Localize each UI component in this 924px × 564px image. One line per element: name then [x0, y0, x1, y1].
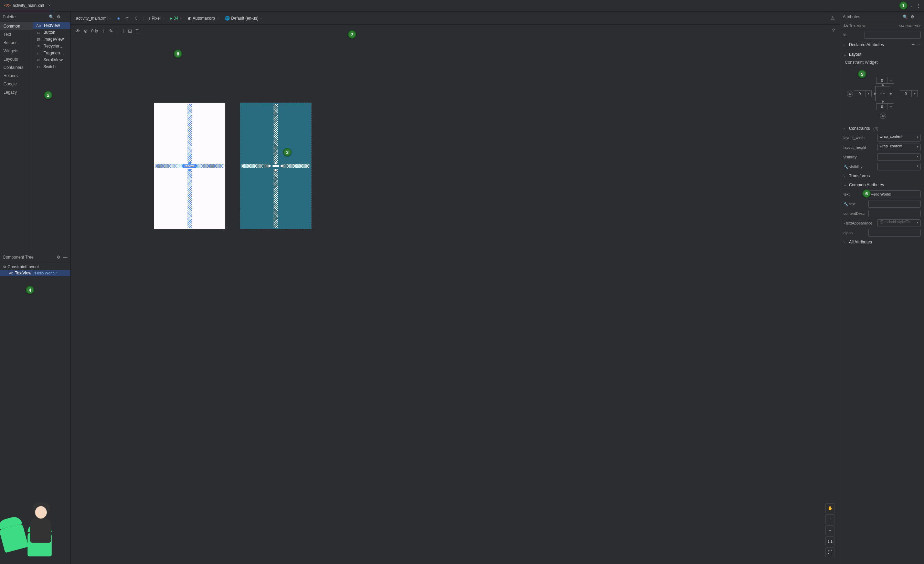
constraints-section[interactable]: ›Constraints (4) — [840, 124, 924, 133]
collapse-icon[interactable]: — — [917, 15, 921, 19]
widget-icon: ▭ — [36, 51, 41, 56]
design-surface-icon[interactable]: ◈ — [115, 15, 122, 22]
palette-item[interactable]: ▭Button — [33, 29, 70, 36]
tools-text-input[interactable] — [868, 200, 921, 208]
canvas[interactable]: 3 Hello World! ⋰ ✋ — [70, 37, 840, 564]
more-options-icon[interactable]: ⋮ — [916, 3, 921, 8]
tree-row[interactable]: ⧉ConstraintLayout — [0, 264, 70, 270]
file-selector[interactable]: activity_main.xml⌄ — [74, 15, 114, 22]
gear-icon[interactable]: ⚙ — [910, 15, 914, 19]
zoom-out-icon[interactable]: − — [825, 525, 835, 535]
selected-component-type: TextView — [849, 23, 866, 28]
infer-constraints-icon[interactable]: ✎ — [109, 28, 113, 34]
pan-icon[interactable]: ✋ — [825, 504, 835, 513]
search-icon[interactable]: 🔍 — [903, 15, 908, 19]
view-options-icon[interactable]: 👁 — [75, 28, 80, 34]
widget-icon: ⊶ — [36, 65, 41, 69]
help-icon[interactable]: ? — [832, 27, 835, 33]
gear-icon[interactable]: ⚙ — [57, 255, 61, 260]
text-input[interactable] — [868, 190, 921, 198]
all-attributes-section[interactable]: ›All Attributes — [840, 238, 924, 247]
component-unnamed-label: <unnamed> — [898, 23, 921, 28]
clear-constraints-icon[interactable]: ✧ — [102, 28, 106, 34]
device-selector[interactable]: ▯ Pixel⌄ — [146, 15, 166, 22]
layout-height-select[interactable]: wrap_content — [877, 144, 921, 151]
warning-icon[interactable]: ⚠ — [830, 15, 835, 21]
default-margin[interactable]: 0dp — [91, 29, 98, 33]
transforms-section[interactable]: ›Transforms — [840, 171, 924, 180]
annotation-badge-2: 2 — [44, 91, 52, 99]
theme-selector[interactable]: ◐ Automacorp⌄ — [186, 15, 221, 22]
pack-icon[interactable]: ⫴ — [123, 28, 124, 34]
palette-category[interactable]: Widgets — [0, 47, 33, 55]
cw-margin-right[interactable]: 0 — [900, 90, 912, 97]
collapse-icon[interactable]: — — [63, 15, 68, 19]
layout-section[interactable]: ⌄Layout — [840, 50, 924, 59]
api-selector[interactable]: ▸34⌄ — [168, 15, 184, 22]
palette-category[interactable]: Helpers — [0, 72, 33, 80]
zoom-actual-icon[interactable]: 1:1 — [825, 537, 835, 546]
palette-item[interactable]: ▧ImageView — [33, 36, 70, 43]
palette-category[interactable]: Google — [0, 80, 33, 88]
palette-item[interactable]: ▭ScrollView — [33, 56, 70, 63]
design-preview-light[interactable]: Hello World! ⋰ — [154, 102, 225, 229]
palette-item[interactable]: ⊶Switch — [33, 63, 70, 70]
locale-selector[interactable]: 🌐 Default (en-us)⌄ — [223, 15, 265, 22]
cw-margin-bottom[interactable]: 0 — [876, 103, 888, 110]
left-sidebar: Palette 🔍 ⚙ — CommonTextButtonsWidgetsLa… — [0, 12, 70, 564]
cw-margin-left[interactable]: 0 — [854, 90, 866, 97]
id-label: id — [843, 33, 861, 37]
palette-category[interactable]: Containers — [0, 63, 33, 72]
tab-filename: activity_main.xml — [13, 3, 44, 8]
alpha-input[interactable] — [868, 229, 921, 236]
content-description-input[interactable] — [868, 210, 921, 217]
night-mode-icon[interactable]: ☾ — [132, 15, 140, 22]
guideline-icon[interactable]: ⌶ — [136, 28, 138, 34]
remove-attribute-icon[interactable]: − — [918, 42, 921, 47]
palette-category[interactable]: Buttons — [0, 39, 33, 47]
annotation-badge-1: 1 — [899, 2, 908, 10]
autoconnect-icon[interactable]: ⊗ — [84, 28, 88, 34]
search-icon[interactable]: 🔍 — [49, 15, 54, 19]
view-mode-dropdown-icon[interactable]: ⌄ — [910, 4, 913, 8]
zoom-in-icon[interactable]: + — [825, 514, 835, 524]
textview-widget-blueprint[interactable] — [273, 165, 279, 167]
add-attribute-icon[interactable]: + — [912, 42, 915, 48]
zoom-fit-icon[interactable]: ⛶ — [825, 547, 835, 557]
visibility-select[interactable] — [877, 153, 921, 161]
id-input[interactable] — [864, 31, 921, 39]
close-tab-icon[interactable]: × — [48, 3, 51, 8]
xml-file-icon: </> — [4, 3, 10, 8]
orientation-icon[interactable]: ⟳ — [123, 15, 131, 22]
constraint-widget[interactable]: 5 0▾ 0▾ 0▾ 0▾ ›› ‹‹ 50 50 — [848, 67, 916, 120]
palette-category[interactable]: Text — [0, 30, 33, 39]
vertical-bias[interactable]: 50 — [880, 113, 886, 119]
layout-width-select[interactable]: wrap_content — [877, 134, 921, 141]
palette-category[interactable]: Legacy — [0, 88, 33, 96]
file-tab[interactable]: </> activity_main.xml × — [0, 0, 55, 11]
gear-icon[interactable]: ⚙ — [57, 15, 61, 19]
align-icon[interactable]: ⊟ — [128, 28, 132, 34]
declared-attributes-section[interactable]: ›Declared Attributes + − — [840, 40, 924, 50]
palette-category[interactable]: Common — [0, 22, 33, 30]
widget-icon: ▭ — [36, 30, 41, 35]
component-tree-title: Component Tree — [3, 255, 54, 260]
blueprint-preview[interactable] — [240, 102, 312, 229]
tools-visibility-select[interactable] — [877, 163, 921, 170]
palette-item[interactable]: AbTextView — [33, 22, 70, 29]
collapse-icon[interactable]: — — [63, 255, 68, 260]
resize-handle-icon[interactable]: ⋰ — [223, 226, 228, 232]
palette-items: AbTextView▭Button▧ImageView≡Recycler…▭Fr… — [33, 22, 70, 252]
tree-row[interactable]: AbTextView"Hello World!" — [0, 270, 70, 276]
annotation-badge-3: 3 — [283, 148, 291, 156]
horizontal-bias[interactable]: 50 — [847, 90, 853, 97]
text-appearance-select[interactable]: @android:style/Te — [877, 219, 921, 227]
android-illustration — [0, 495, 70, 564]
widget-icon: ≡ — [36, 44, 41, 48]
palette-item[interactable]: ▭Fragmen… — [33, 50, 70, 56]
common-attributes-section[interactable]: ⌄Common Attributes 6 — [840, 180, 924, 190]
palette-header: Palette 🔍 ⚙ — — [0, 12, 70, 22]
palette-item[interactable]: ≡Recycler… — [33, 43, 70, 50]
cw-margin-top[interactable]: 0 — [876, 77, 888, 84]
palette-category[interactable]: Layouts — [0, 55, 33, 63]
